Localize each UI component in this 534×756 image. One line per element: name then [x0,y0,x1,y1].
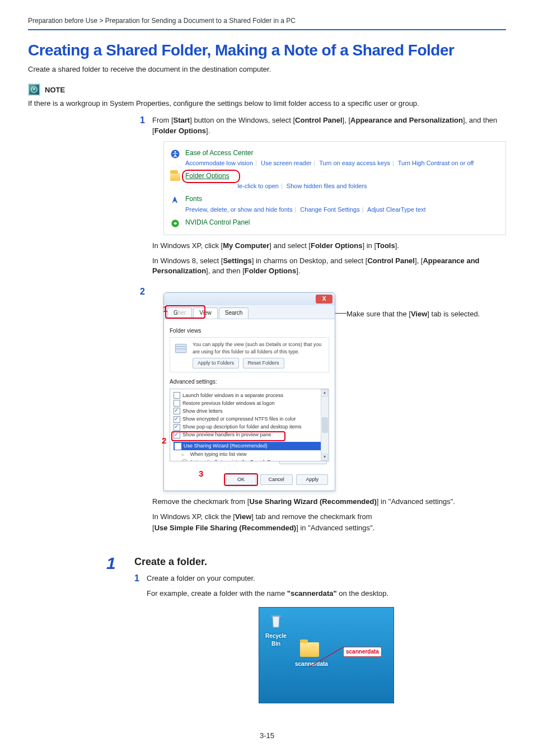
major-step-1: 1 [106,555,123,572]
scannerdata-folder-icon[interactable]: scannerdata [295,641,324,669]
breadcrumb: Preparation before Use > Preparation for… [28,17,506,25]
scannerdata-label: scannerdata [343,647,382,657]
tab-search[interactable]: Search [219,307,249,319]
scroll-up-icon[interactable]: ▴ [321,389,328,396]
svg-point-2 [175,151,176,152]
fonts-icon [170,194,181,206]
nvidia-heading[interactable]: NVIDIA Control Panel [185,218,250,227]
intro-text: Create a shared folder to receive the do… [28,65,506,73]
step-number-1: 1 [140,115,152,125]
scrollbar[interactable]: ▴ ▾ [321,389,329,461]
ok-button[interactable]: OK [226,474,256,485]
ease-of-access-links[interactable]: Accommodate low vision| Use screen reade… [185,159,474,168]
create-folder-text: Create a folder on your computer. [147,573,506,584]
callout-3: 3 [199,468,203,480]
advanced-settings-list[interactable]: Launch folder windows in a separate proc… [170,389,329,461]
reset-folders-button[interactable]: Reset Folders [243,358,284,368]
tab-view[interactable]: View [193,307,218,319]
apply-button[interactable]: Apply [296,474,328,485]
folder-views-icon [174,341,188,358]
close-button[interactable]: X [316,295,332,304]
cancel-button[interactable]: Cancel [260,474,293,485]
step1-w8-text: In Windows 8, select [Settings] in charm… [152,256,506,277]
control-panel-screenshot: Ease of Access Center Accommodate low vi… [163,141,506,235]
nvidia-icon [170,218,181,229]
folder-views-text: You can apply the view (such as Details … [193,341,325,356]
ease-of-access-icon [170,148,181,160]
xp-view-text-2: [Use Simple File Sharing (Recommended)] … [152,523,506,534]
folder-options-icon [170,171,181,183]
note-label: NOTE [45,86,65,94]
remove-check-text: Remove the checkmark from [Use Sharing W… [152,497,506,507]
create-folder-heading: Create a folder. [134,556,506,568]
desktop-screenshot: Recycle Bin scannerdata scannerdata [259,607,394,703]
step1-xp-text: In Windows XP, click [My Computer] and s… [152,241,506,251]
divider [28,29,506,30]
scroll-down-icon[interactable]: ▾ [321,454,328,461]
tab-general[interactable]: Gher [167,307,192,319]
svg-rect-4 [175,344,186,353]
substep-number-1: 1 [134,573,147,584]
folder-options-dialog: X Gher View Search 1 Folder views [163,292,335,491]
page-title: Creating a Shared Folder, Making a Note … [28,41,506,59]
recycle-bin-icon[interactable]: Recycle Bin [261,613,291,648]
create-folder-example: For example, create a folder with the na… [147,589,506,599]
folder-options-links[interactable]: Specify single- or dle-click to open| Sh… [185,182,367,191]
callout-1: 1 [163,303,167,315]
view-tab-caption: Make sure that the [View] tab is selecte… [346,309,480,491]
fonts-links[interactable]: Preview, delete, or show and hide fonts|… [185,206,426,214]
page-number: 3-15 [28,731,506,740]
fonts-heading[interactable]: Fonts [185,194,426,204]
step-number-2: 2 [140,287,152,297]
folder-options-heading[interactable]: Folder Options [185,171,367,181]
scroll-thumb[interactable] [322,417,328,433]
advanced-settings-label: Advanced settings: [170,378,329,386]
xp-view-text: In Windows XP, click the [View] tab and … [152,512,506,522]
svg-point-0 [31,87,38,93]
ease-of-access-heading[interactable]: Ease of Access Center [185,148,474,158]
apply-to-folders-button[interactable]: Apply to Folders [193,358,239,368]
note-text: If there is a workgroup in System Proper… [28,99,506,108]
step1-text: From [Start] button on the Windows, sele… [152,115,506,137]
folder-views-label: Folder views [170,327,329,335]
note-icon [28,83,40,96]
